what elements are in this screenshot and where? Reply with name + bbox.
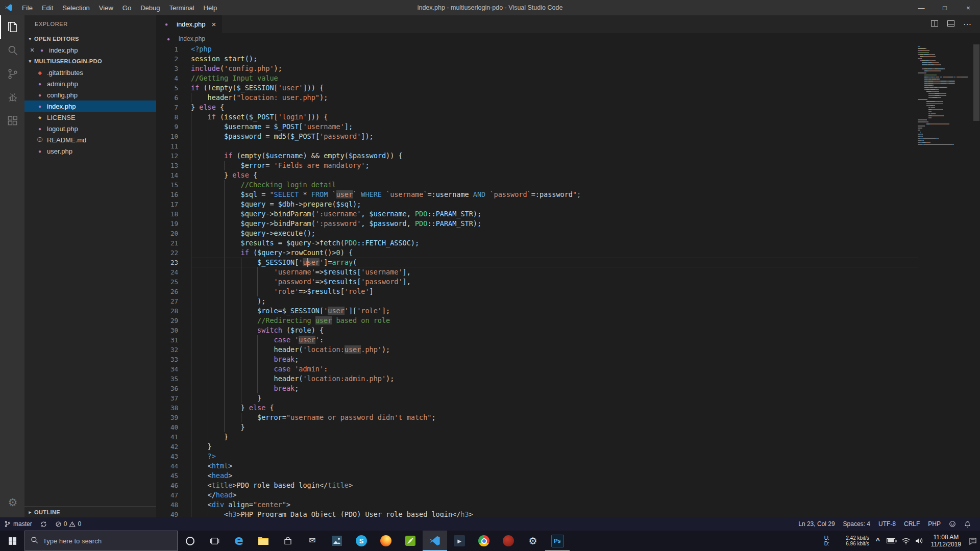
menu-view[interactable]: View bbox=[94, 4, 118, 12]
code-line-28[interactable]: 28 $role=$_SESSION['user']['role']; bbox=[156, 306, 918, 316]
line-number[interactable]: 28 bbox=[156, 306, 191, 316]
indentation-setting[interactable]: Spaces: 4 bbox=[839, 517, 874, 531]
file-item-logout-php[interactable]: ●logout.php bbox=[24, 123, 156, 134]
line-number[interactable]: 34 bbox=[156, 364, 191, 374]
line-number[interactable]: 5 bbox=[156, 83, 191, 93]
file-item-index-php[interactable]: ●index.php bbox=[24, 101, 156, 112]
code-line-15[interactable]: 15 //Checking login detail bbox=[156, 180, 918, 190]
vscode-taskbar-icon[interactable] bbox=[423, 531, 447, 551]
sync-button[interactable] bbox=[36, 517, 51, 531]
photoshop-taskbar-icon[interactable]: Ps bbox=[545, 531, 570, 551]
code-line-24[interactable]: 24 'username'=>$results['username'], bbox=[156, 267, 918, 277]
store-taskbar-icon[interactable] bbox=[276, 531, 300, 551]
line-number[interactable]: 6 bbox=[156, 93, 191, 103]
code-line-38[interactable]: 38 } else { bbox=[156, 403, 918, 413]
line-number[interactable]: 15 bbox=[156, 180, 191, 190]
line-number[interactable]: 21 bbox=[156, 238, 191, 248]
line-number[interactable]: 40 bbox=[156, 422, 191, 432]
line-number[interactable]: 42 bbox=[156, 442, 191, 452]
code-line-41[interactable]: 41 } bbox=[156, 432, 918, 442]
code-line-47[interactable]: 47 </head> bbox=[156, 490, 918, 500]
battery-icon[interactable] bbox=[887, 538, 897, 544]
split-editor-icon[interactable] bbox=[930, 19, 939, 29]
line-number[interactable]: 43 bbox=[156, 452, 191, 461]
code-line-8[interactable]: 8 if (isset($_POST['login'])) { bbox=[156, 112, 918, 122]
code-line-17[interactable]: 17 $query = $dbh->prepare($sql); bbox=[156, 199, 918, 209]
line-number[interactable]: 46 bbox=[156, 481, 191, 490]
code-line-2[interactable]: 2session_start(); bbox=[156, 54, 918, 64]
eol-setting[interactable]: CRLF bbox=[900, 517, 924, 531]
line-number[interactable]: 45 bbox=[156, 471, 191, 481]
code-line-40[interactable]: 40 } bbox=[156, 422, 918, 432]
code-line-10[interactable]: 10 $password = md5($_POST['password']); bbox=[156, 132, 918, 141]
open-editors-header[interactable]: ▾ OPEN EDITORS bbox=[24, 33, 156, 44]
code-line-16[interactable]: 16 $sql = "SELECT * FROM `user` WHERE `u… bbox=[156, 190, 918, 199]
manage-gear-icon[interactable]: ⚙ bbox=[0, 491, 24, 514]
menu-debug[interactable]: Debug bbox=[136, 4, 164, 12]
line-number[interactable]: 49 bbox=[156, 510, 191, 517]
start-button[interactable] bbox=[0, 531, 24, 551]
line-number[interactable]: 2 bbox=[156, 54, 191, 64]
line-number[interactable]: 23 bbox=[156, 258, 191, 267]
code-line-4[interactable]: 4//Getting Input value bbox=[156, 73, 918, 83]
code-line-6[interactable]: 6 header("location: user.php"); bbox=[156, 93, 918, 103]
line-number[interactable]: 24 bbox=[156, 267, 191, 277]
code-line-27[interactable]: 27 ); bbox=[156, 296, 918, 306]
code-line-45[interactable]: 45 <head> bbox=[156, 471, 918, 481]
task-view-icon[interactable] bbox=[202, 531, 227, 551]
feedback-smiley-icon[interactable] bbox=[945, 517, 960, 531]
code-line-25[interactable]: 25 'password'=>$results['password'], bbox=[156, 277, 918, 287]
activity-explorer-icon[interactable] bbox=[0, 15, 24, 39]
code-line-9[interactable]: 9 $username = $_POST['username']; bbox=[156, 122, 918, 132]
code-line-7[interactable]: 7} else { bbox=[156, 103, 918, 112]
line-number[interactable]: 39 bbox=[156, 413, 191, 422]
file-explorer-taskbar-icon[interactable] bbox=[251, 531, 276, 551]
code-line-44[interactable]: 44 <html> bbox=[156, 461, 918, 471]
menu-selection[interactable]: Selection bbox=[58, 4, 94, 12]
code-line-5[interactable]: 5if (!empty($_SESSION['user'])) { bbox=[156, 83, 918, 93]
line-number[interactable]: 38 bbox=[156, 403, 191, 413]
editor-scrollbar[interactable] bbox=[973, 44, 980, 517]
code-line-30[interactable]: 30 switch ($role) { bbox=[156, 325, 918, 335]
branch-indicator[interactable]: master bbox=[0, 517, 36, 531]
more-actions-icon[interactable]: ⋯ bbox=[963, 19, 972, 29]
code-line-39[interactable]: 39 $error="username or password didn't m… bbox=[156, 413, 918, 422]
line-number[interactable]: 20 bbox=[156, 229, 191, 238]
line-number[interactable]: 44 bbox=[156, 461, 191, 471]
scrollbar-thumb[interactable] bbox=[973, 44, 979, 121]
line-number[interactable]: 22 bbox=[156, 248, 191, 258]
line-number[interactable]: 26 bbox=[156, 287, 191, 296]
edge-taskbar-icon[interactable]: e bbox=[227, 531, 251, 551]
chrome-taskbar-icon[interactable] bbox=[472, 531, 496, 551]
open-editor-item[interactable]: ×●index.php bbox=[24, 44, 156, 56]
line-number[interactable]: 12 bbox=[156, 151, 191, 161]
line-number[interactable]: 3 bbox=[156, 64, 191, 73]
editor-layout-icon[interactable] bbox=[947, 19, 955, 29]
line-number[interactable]: 10 bbox=[156, 132, 191, 141]
line-number[interactable]: 36 bbox=[156, 384, 191, 393]
settings-taskbar-icon[interactable]: ⚙ bbox=[521, 531, 545, 551]
code-line-33[interactable]: 33 break; bbox=[156, 355, 918, 364]
code-line-42[interactable]: 42 } bbox=[156, 442, 918, 452]
line-number[interactable]: 47 bbox=[156, 490, 191, 500]
code-line-49[interactable]: 49 <h3>PHP Program Data Object (PDO) Use… bbox=[156, 510, 918, 517]
code-line-32[interactable]: 32 header('location:user.php'); bbox=[156, 345, 918, 355]
problems-indicator[interactable]: 0 0 bbox=[51, 517, 85, 531]
menu-edit[interactable]: Edit bbox=[37, 4, 58, 12]
tab-index-php[interactable]: ● index.php × bbox=[156, 15, 222, 33]
line-number[interactable]: 25 bbox=[156, 277, 191, 287]
code-line-14[interactable]: 14 } else { bbox=[156, 170, 918, 180]
hidden-icons-chevron-icon[interactable]: ^ bbox=[874, 537, 882, 545]
code-line-46[interactable]: 46 <title>PDO role based login</title> bbox=[156, 481, 918, 490]
code-line-13[interactable]: 13 $error= 'Fields are mandatory'; bbox=[156, 161, 918, 170]
line-number[interactable]: 32 bbox=[156, 345, 191, 355]
file-item-admin-php[interactable]: ●admin.php bbox=[24, 78, 156, 89]
menu-file[interactable]: File bbox=[17, 4, 37, 12]
folder-header[interactable]: ▾ MULTIUSERLOGIN-PDO bbox=[24, 56, 156, 67]
cursor-position[interactable]: Ln 23, Col 29 bbox=[794, 517, 839, 531]
skype-taskbar-icon[interactable]: S bbox=[349, 531, 374, 551]
line-number[interactable]: 4 bbox=[156, 73, 191, 83]
file-item-config-php[interactable]: ●config.php bbox=[24, 89, 156, 101]
code-line-34[interactable]: 34 case 'admin': bbox=[156, 364, 918, 374]
line-number[interactable]: 11 bbox=[156, 141, 191, 151]
